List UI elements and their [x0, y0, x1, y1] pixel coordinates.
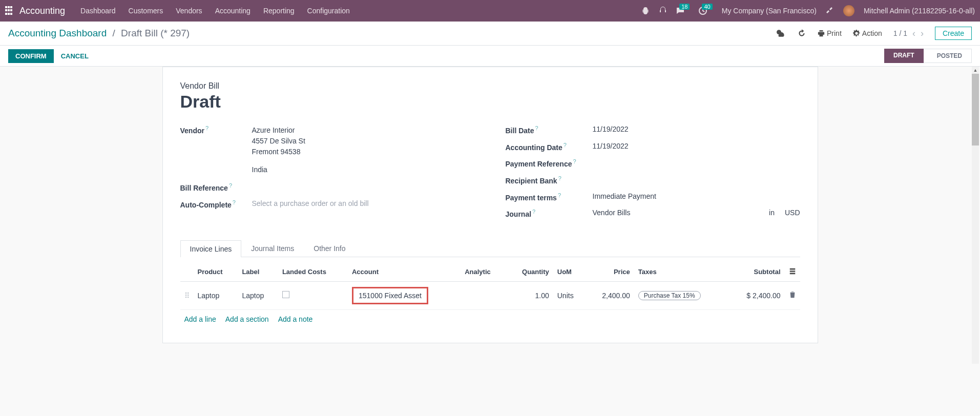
pager: 1 / 1 ‹ ›: [893, 28, 924, 39]
th-taxes[interactable]: Taxes: [634, 262, 728, 282]
cell-price[interactable]: 2,400.00: [586, 281, 634, 309]
journal-field[interactable]: Vendor Bills: [593, 209, 759, 217]
company-switcher[interactable]: My Company (San Francisco): [722, 7, 817, 15]
status-bar: CONFIRM CANCEL DRAFT POSTED: [0, 46, 980, 67]
label-accounting-date: Accounting Date: [506, 143, 562, 151]
help-icon[interactable]: ?: [558, 175, 561, 181]
pager-prev-icon[interactable]: ‹: [912, 28, 915, 39]
app-brand[interactable]: Accounting: [19, 6, 65, 16]
user-name[interactable]: Mitchell Admin (21182295-16-0-all): [864, 7, 975, 15]
cell-landed[interactable]: [278, 281, 348, 309]
create-button[interactable]: Create: [935, 27, 972, 40]
scrollbar[interactable]: ▲: [972, 67, 979, 364]
auto-complete-field[interactable]: Select a purchase order or an old bill: [252, 199, 475, 207]
doc-type: Vendor Bill: [180, 81, 800, 91]
help-icon[interactable]: ?: [205, 125, 208, 131]
cell-quantity[interactable]: 1.00: [506, 281, 553, 309]
action-button[interactable]: Action: [853, 29, 882, 37]
th-subtotal[interactable]: Subtotal: [728, 262, 785, 282]
help-icon[interactable]: ?: [558, 192, 561, 198]
tab-invoice-lines[interactable]: Invoice Lines: [180, 240, 242, 257]
th-label[interactable]: Label: [238, 262, 278, 282]
th-price[interactable]: Price: [586, 262, 634, 282]
payment-terms-field[interactable]: Immediate Payment: [593, 192, 800, 200]
th-quantity[interactable]: Quantity: [506, 262, 553, 282]
help-icon[interactable]: ?: [233, 199, 236, 205]
support-icon[interactable]: [659, 7, 667, 15]
breadcrumb-parent[interactable]: Accounting Dashboard: [8, 28, 107, 38]
tab-journal-items[interactable]: Journal Items: [241, 240, 304, 257]
vendor-name: Azure Interior: [252, 125, 475, 136]
help-icon[interactable]: ?: [535, 125, 538, 131]
cell-taxes[interactable]: Purchase Tax 15%: [634, 281, 728, 309]
th-uom[interactable]: UoM: [553, 262, 586, 282]
drag-handle-icon[interactable]: ⠿: [180, 281, 194, 309]
tax-chip[interactable]: Purchase Tax 15%: [638, 291, 701, 300]
print-icon: [818, 30, 825, 37]
tab-other-info[interactable]: Other Info: [304, 240, 355, 257]
pager-value[interactable]: 1 / 1: [893, 29, 907, 37]
th-landed[interactable]: Landed Costs: [278, 262, 348, 282]
menu-dashboard[interactable]: Dashboard: [80, 7, 116, 15]
avatar[interactable]: [843, 5, 854, 16]
th-account[interactable]: Account: [348, 262, 461, 282]
activities-badge: 40: [702, 4, 712, 10]
add-line-link[interactable]: Add a line: [184, 315, 216, 323]
bug-icon[interactable]: [641, 7, 650, 15]
confirm-button[interactable]: CONFIRM: [8, 49, 54, 63]
vendor-city: Fremont 94538: [252, 147, 475, 157]
delete-row-icon[interactable]: [785, 281, 800, 309]
menu-vendors[interactable]: Vendors: [176, 7, 202, 15]
help-icon[interactable]: ?: [573, 158, 576, 164]
cell-subtotal: $ 2,400.00: [728, 281, 785, 309]
pager-next-icon[interactable]: ›: [921, 28, 924, 39]
discard-icon[interactable]: [797, 29, 806, 38]
label-auto-complete: Auto-Complete: [180, 200, 232, 209]
landed-checkbox[interactable]: [282, 291, 289, 298]
th-product[interactable]: Product: [194, 262, 238, 282]
add-note-link[interactable]: Add a note: [278, 315, 313, 323]
help-icon[interactable]: ?: [229, 182, 232, 189]
vendor-field[interactable]: Azure Interior 4557 De Silva St Fremont …: [252, 125, 475, 175]
cloud-upload-icon[interactable]: [777, 29, 786, 38]
cell-account[interactable]: 151000 Fixed Asset: [348, 281, 461, 309]
cell-label[interactable]: Laptop: [238, 281, 278, 309]
help-icon[interactable]: ?: [564, 142, 567, 148]
cell-uom[interactable]: Units: [553, 281, 586, 309]
cell-product[interactable]: Laptop: [194, 281, 238, 309]
tabs: Invoice Lines Journal Items Other Info: [180, 240, 800, 257]
label-journal: Journal: [506, 210, 532, 218]
menu-customers[interactable]: Customers: [129, 7, 163, 15]
add-section-link[interactable]: Add a section: [225, 315, 269, 323]
doc-state: Draft: [180, 92, 800, 112]
columns-settings-icon[interactable]: [789, 267, 796, 275]
tools-icon[interactable]: [826, 7, 834, 15]
accounting-date-field[interactable]: 11/19/2022: [593, 142, 800, 150]
label-bill-date: Bill Date: [506, 127, 534, 135]
messages-badge: 18: [679, 4, 690, 10]
print-button[interactable]: Print: [818, 29, 842, 37]
cancel-button[interactable]: CANCEL: [54, 49, 96, 63]
table-row[interactable]: ⠿ Laptop Laptop 151000 Fixed Asset 1.00 …: [180, 281, 800, 309]
th-analytic[interactable]: Analytic: [461, 262, 506, 282]
status-draft[interactable]: DRAFT: [884, 49, 924, 63]
menu-configuration[interactable]: Configuration: [307, 7, 350, 15]
cell-analytic[interactable]: [461, 281, 506, 309]
scrollbar-thumb[interactable]: [972, 74, 979, 145]
top-nav: Accounting Dashboard Customers Vendors A…: [0, 0, 980, 22]
action-label: Action: [862, 29, 882, 37]
apps-icon[interactable]: [5, 6, 14, 15]
gear-icon: [853, 30, 860, 37]
label-recipient-bank: Recipient Bank: [506, 177, 557, 185]
status-posted[interactable]: POSTED: [924, 49, 972, 63]
scroll-up-icon[interactable]: ▲: [972, 67, 979, 74]
control-bar: Accounting Dashboard / Draft Bill (* 297…: [0, 22, 980, 46]
currency-field[interactable]: USD: [785, 209, 800, 217]
bill-date-field[interactable]: 11/19/2022: [593, 125, 800, 133]
menu-reporting[interactable]: Reporting: [263, 7, 295, 15]
menu-accounting[interactable]: Accounting: [215, 7, 251, 15]
help-icon[interactable]: ?: [532, 209, 535, 215]
label-payment-reference: Payment Reference: [506, 160, 572, 168]
status-pills: DRAFT POSTED: [884, 49, 972, 63]
vendor-street: 4557 De Silva St: [252, 136, 475, 147]
